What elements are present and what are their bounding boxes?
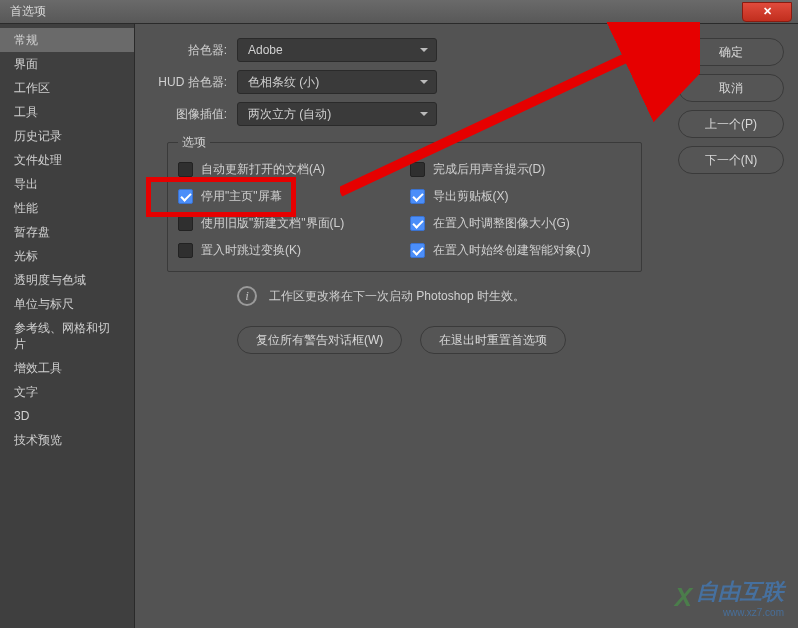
watermark-sub: www.xz7.com: [696, 607, 784, 618]
info-row: i 工作区更改将在下一次启动 Photoshop 时生效。: [237, 286, 668, 306]
sidebar-item[interactable]: 性能: [0, 196, 134, 220]
checkbox-label: 置入时跳过变换(K): [201, 242, 301, 259]
watermark: X 自由互联 www.xz7.com: [675, 577, 784, 618]
right-button-column: 确定 取消 上一个(P) 下一个(N): [678, 24, 798, 628]
sidebar-item[interactable]: 导出: [0, 172, 134, 196]
checkbox-box[interactable]: [178, 189, 193, 204]
info-icon: i: [237, 286, 257, 306]
interp-select[interactable]: 两次立方 (自动): [237, 102, 437, 126]
sidebar-item[interactable]: 单位与标尺: [0, 292, 134, 316]
info-text: 工作区更改将在下一次启动 Photoshop 时生效。: [269, 288, 525, 305]
checkbox[interactable]: 在置入时调整图像大小(G): [410, 215, 632, 232]
sidebar-item[interactable]: 技术预览: [0, 428, 134, 452]
sidebar-item[interactable]: 暂存盘: [0, 220, 134, 244]
sidebar-item[interactable]: 光标: [0, 244, 134, 268]
watermark-logo-icon: X: [675, 582, 692, 613]
picker-select[interactable]: Adobe: [237, 38, 437, 62]
titlebar: 首选项: [0, 0, 798, 24]
sidebar-item[interactable]: 工作区: [0, 76, 134, 100]
checkbox-label: 使用旧版"新建文档"界面(L): [201, 215, 344, 232]
checkbox[interactable]: 完成后用声音提示(D): [410, 161, 632, 178]
next-button[interactable]: 下一个(N): [678, 146, 784, 174]
picker-label: 拾色器:: [145, 42, 237, 59]
sidebar-item[interactable]: 3D: [0, 404, 134, 428]
checkbox-box[interactable]: [410, 162, 425, 177]
sidebar-item[interactable]: 界面: [0, 52, 134, 76]
main: 常规界面工作区工具历史记录文件处理导出性能暂存盘光标透明度与色域单位与标尺参考线…: [0, 24, 798, 628]
interp-label: 图像插值:: [145, 106, 237, 123]
checkbox-box[interactable]: [410, 216, 425, 231]
options-legend: 选项: [178, 134, 210, 151]
checkbox-label: 自动更新打开的文档(A): [201, 161, 325, 178]
close-button[interactable]: [742, 2, 792, 22]
checkbox-box[interactable]: [410, 189, 425, 204]
reset-on-quit-button[interactable]: 在退出时重置首选项: [420, 326, 566, 354]
checkbox-box[interactable]: [178, 162, 193, 177]
window-title: 首选项: [10, 3, 46, 20]
checkbox-label: 在置入时调整图像大小(G): [433, 215, 570, 232]
checkbox[interactable]: 使用旧版"新建文档"界面(L): [178, 215, 400, 232]
sidebar-item[interactable]: 历史记录: [0, 124, 134, 148]
hud-picker-label: HUD 拾色器:: [145, 74, 237, 91]
checkbox-label: 完成后用声音提示(D): [433, 161, 546, 178]
reset-warnings-button[interactable]: 复位所有警告对话框(W): [237, 326, 402, 354]
cancel-button[interactable]: 取消: [678, 74, 784, 102]
sidebar-item[interactable]: 文字: [0, 380, 134, 404]
checkbox-box[interactable]: [178, 216, 193, 231]
ok-button[interactable]: 确定: [678, 38, 784, 66]
checkbox[interactable]: 在置入时始终创建智能对象(J): [410, 242, 632, 259]
checkbox-label: 导出剪贴板(X): [433, 188, 509, 205]
checkbox-label: 在置入时始终创建智能对象(J): [433, 242, 591, 259]
sidebar-item[interactable]: 文件处理: [0, 148, 134, 172]
sidebar-item[interactable]: 工具: [0, 100, 134, 124]
prev-button[interactable]: 上一个(P): [678, 110, 784, 138]
checkbox[interactable]: 自动更新打开的文档(A): [178, 161, 400, 178]
checkbox-label: 停用"主页"屏幕: [201, 188, 282, 205]
checkbox-box[interactable]: [410, 243, 425, 258]
sidebar-item[interactable]: 透明度与色域: [0, 268, 134, 292]
hud-picker-select[interactable]: 色相条纹 (小): [237, 70, 437, 94]
sidebar: 常规界面工作区工具历史记录文件处理导出性能暂存盘光标透明度与色域单位与标尺参考线…: [0, 24, 135, 628]
checkbox[interactable]: 导出剪贴板(X): [410, 188, 632, 205]
checkbox[interactable]: 置入时跳过变换(K): [178, 242, 400, 259]
checkbox[interactable]: 停用"主页"屏幕: [178, 188, 400, 205]
sidebar-item[interactable]: 常规: [0, 28, 134, 52]
checkbox-box[interactable]: [178, 243, 193, 258]
sidebar-item[interactable]: 增效工具: [0, 356, 134, 380]
watermark-text: 自由互联: [696, 579, 784, 604]
options-fieldset: 选项 自动更新打开的文档(A)完成后用声音提示(D)停用"主页"屏幕导出剪贴板(…: [167, 134, 642, 272]
sidebar-item[interactable]: 参考线、网格和切片: [0, 316, 134, 356]
content: 拾色器: Adobe HUD 拾色器: 色相条纹 (小) 图像插值: 两次立方 …: [135, 24, 678, 628]
